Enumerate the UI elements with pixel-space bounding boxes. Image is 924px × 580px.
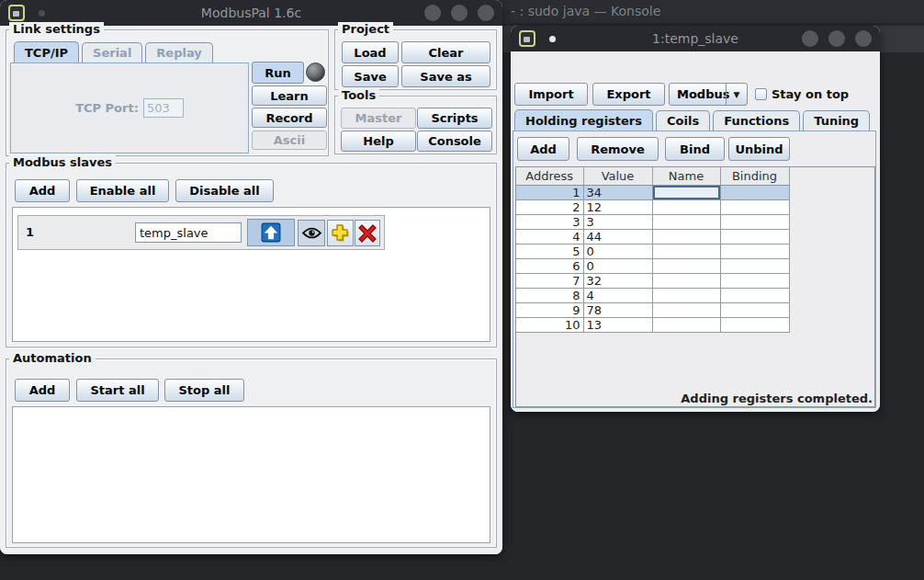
value-cell[interactable]: 44 [583, 229, 652, 244]
address-header[interactable]: Address [516, 167, 583, 185]
value-cell[interactable]: 78 [583, 302, 652, 317]
duplicate-slave-button[interactable] [327, 220, 354, 246]
binding-cell[interactable] [720, 214, 789, 229]
record-button[interactable]: Record [252, 108, 327, 128]
export-button[interactable]: Export [592, 83, 665, 106]
save-button[interactable]: Save [342, 65, 399, 87]
tab-serial[interactable]: Serial [82, 42, 142, 63]
protocol-combo[interactable]: Modbus ▼ [669, 83, 748, 106]
address-cell[interactable]: 10 [516, 317, 583, 332]
address-cell[interactable]: 3 [516, 214, 583, 229]
minimize-button[interactable] [802, 30, 818, 47]
name-cell[interactable] [652, 288, 720, 302]
value-cell[interactable]: 3 [583, 214, 652, 229]
value-cell[interactable]: 34 [583, 185, 652, 199]
table-row[interactable]: 1 34 [516, 185, 789, 199]
minimize-button[interactable] [424, 5, 441, 21]
console-button[interactable]: Console [417, 131, 492, 152]
disable-all-button[interactable]: Disable all [175, 179, 274, 202]
scripts-button[interactable]: Scripts [417, 108, 492, 129]
name-cell[interactable] [652, 258, 720, 273]
enable-slave-button[interactable] [247, 219, 295, 246]
address-cell[interactable]: 7 [516, 273, 583, 288]
table-row[interactable]: 3 3 [516, 214, 789, 229]
maximize-button[interactable] [451, 5, 468, 21]
address-cell[interactable]: 4 [516, 229, 583, 244]
table-row[interactable]: 8 4 [516, 288, 789, 302]
tcp-port-input[interactable] [143, 98, 184, 118]
value-cell[interactable]: 4 [583, 288, 652, 302]
binding-cell[interactable] [720, 258, 789, 273]
name-cell-editing[interactable] [652, 185, 720, 199]
binding-cell[interactable] [720, 302, 789, 317]
binding-cell[interactable] [720, 229, 789, 244]
binding-cell[interactable] [720, 185, 789, 199]
tab-replay[interactable]: Replay [145, 42, 212, 63]
tab-coils[interactable]: Coils [656, 110, 710, 131]
slave-add-button[interactable]: Add [15, 179, 70, 202]
table-row[interactable]: 6 0 [516, 258, 789, 273]
register-unbind-button[interactable]: Unbind [728, 137, 790, 161]
address-cell[interactable]: 6 [516, 258, 583, 273]
automation-add-button[interactable]: Add [15, 379, 70, 402]
help-button[interactable]: Help [341, 131, 416, 152]
load-button[interactable]: Load [342, 41, 399, 63]
table-row[interactable]: 7 32 [516, 273, 789, 288]
name-cell[interactable] [652, 244, 720, 258]
address-cell[interactable]: 1 [516, 185, 583, 199]
address-cell[interactable]: 8 [516, 288, 583, 302]
value-header[interactable]: Value [583, 167, 652, 185]
name-header[interactable]: Name [652, 167, 720, 185]
value-cell[interactable]: 0 [583, 258, 652, 273]
binding-cell[interactable] [720, 244, 789, 258]
delete-slave-button[interactable] [355, 220, 380, 246]
stay-on-top-checkbox[interactable] [755, 88, 767, 100]
clear-button[interactable]: Clear [401, 41, 490, 63]
tab-holding-registers[interactable]: Holding registers [514, 109, 653, 131]
tab-functions[interactable]: Functions [713, 110, 800, 131]
chevron-down-icon[interactable]: ▼ [726, 84, 747, 105]
table-row[interactable]: 5 0 [516, 244, 789, 258]
close-button[interactable] [855, 30, 872, 47]
enable-all-button[interactable]: Enable all [76, 179, 169, 202]
address-cell[interactable]: 9 [516, 302, 583, 317]
register-bind-button[interactable]: Bind [665, 137, 725, 161]
address-cell[interactable]: 2 [516, 199, 583, 214]
stop-all-button[interactable]: Stop all [164, 379, 244, 402]
name-cell[interactable] [652, 302, 720, 317]
value-cell[interactable]: 32 [583, 273, 652, 288]
register-add-button[interactable]: Add [517, 137, 569, 161]
value-cell[interactable]: 0 [583, 244, 652, 258]
slave-row[interactable]: 1 [17, 215, 385, 250]
binding-header[interactable]: Binding [720, 167, 789, 185]
slave-name-input[interactable] [135, 222, 242, 243]
name-cell[interactable] [652, 214, 720, 229]
binding-cell[interactable] [720, 199, 789, 214]
registers-scrollpane[interactable]: Address Value Name Binding 1 34 2 12 [515, 166, 875, 407]
show-slave-button[interactable] [298, 220, 325, 246]
name-cell[interactable] [652, 199, 720, 214]
name-cell[interactable] [652, 317, 720, 332]
run-button[interactable]: Run [252, 62, 304, 84]
learn-button[interactable]: Learn [252, 85, 327, 106]
binding-cell[interactable] [720, 288, 789, 302]
maximize-button[interactable] [828, 30, 845, 47]
name-cell[interactable] [652, 273, 720, 288]
table-row[interactable]: 2 12 [516, 199, 789, 214]
table-row[interactable]: 9 78 [516, 302, 789, 317]
tab-tcpip[interactable]: TCP/IP [14, 41, 79, 63]
binding-cell[interactable] [720, 317, 789, 332]
table-row[interactable]: 10 13 [516, 317, 789, 332]
address-cell[interactable]: 5 [516, 244, 583, 258]
register-remove-button[interactable]: Remove [577, 137, 659, 161]
slave-editor-titlebar[interactable]: 1:temp_slave [511, 26, 880, 51]
close-button[interactable] [478, 5, 494, 21]
binding-cell[interactable] [720, 273, 789, 288]
registers-table[interactable]: Address Value Name Binding 1 34 2 12 [516, 167, 790, 333]
table-row[interactable]: 4 44 [516, 229, 789, 244]
value-cell[interactable]: 12 [583, 199, 652, 214]
tab-tuning[interactable]: Tuning [803, 110, 870, 131]
start-all-button[interactable]: Start all [76, 379, 159, 402]
value-cell[interactable]: 13 [583, 317, 652, 332]
save-as-button[interactable]: Save as [401, 65, 490, 87]
